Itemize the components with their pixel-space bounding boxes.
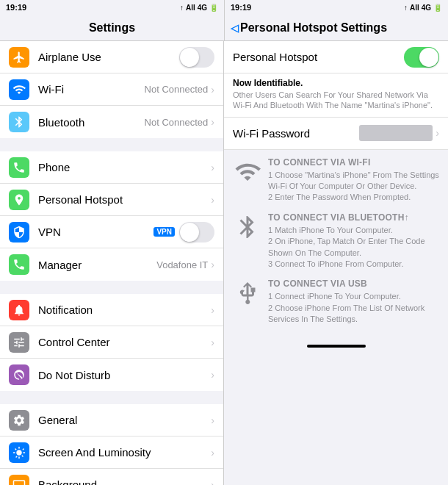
- bluetooth-icon: [9, 112, 29, 132]
- section-phone: Phone › Personal Hotspot › VPN VPN: [0, 151, 223, 281]
- header-row: Settings ◁ Personal Hotspot Settings: [0, 15, 448, 41]
- control-center-chevron: ›: [211, 337, 214, 348]
- bluetooth-step-2: 2 On iPhone, Tap Match Or Enter The Code…: [268, 236, 439, 259]
- vpn-toggle-thumb: [180, 223, 199, 242]
- personal-hotspot-label: Personal Hotspot: [38, 193, 211, 206]
- home-bar: [307, 345, 366, 348]
- wifi-label: Wi-Fi: [38, 83, 145, 96]
- left-panel: Airplane Use Wi-Fi Not Connected › Blue: [0, 41, 224, 485]
- general-label: General: [38, 414, 211, 426]
- screen-label: Screen And Luminosity: [38, 446, 211, 459]
- instruction-wifi-content: TO CONNECT VIA WI-FI 1 Choose "Martina's…: [268, 157, 439, 204]
- left-signal-icon: ↑: [180, 4, 184, 12]
- bluetooth-instruction-title: TO CONNECT VIA BLUETOOTH↑: [268, 212, 439, 223]
- wifi-password-chevron: ›: [436, 127, 439, 139]
- wifi-row[interactable]: Wi-Fi Not Connected ›: [0, 73, 223, 106]
- hotspot-section: Personal Hotspot Now Identifiable. Other…: [224, 41, 448, 150]
- right-panel: Personal Hotspot Now Identifiable. Other…: [224, 41, 448, 485]
- control-center-icon: [9, 332, 29, 353]
- manager-row[interactable]: Manager Vodafone IT ›: [0, 248, 223, 281]
- settings-title: Settings: [89, 21, 135, 35]
- hotspot-toggle-thumb: [419, 48, 438, 67]
- now-identifiable-block: Now Identifiable. Other Users Can Search…: [224, 73, 448, 118]
- phone-row[interactable]: Phone ›: [0, 151, 223, 184]
- vpn-badge: VPN: [153, 227, 175, 237]
- bluetooth-label: Bluetooth: [38, 116, 145, 129]
- background-label: Background: [38, 478, 211, 485]
- wifi-icon: [9, 79, 29, 100]
- wifi-password-masked: [359, 125, 433, 141]
- background-chevron: ›: [211, 479, 214, 486]
- right-battery-icon: 🔋: [433, 4, 442, 12]
- bluetooth-value: Not Connected: [145, 117, 209, 128]
- wifi-chevron: ›: [211, 84, 214, 96]
- manager-chevron: ›: [211, 259, 214, 270]
- vpn-toggle[interactable]: [179, 222, 214, 242]
- right-signal-icon: ↑: [404, 4, 408, 12]
- control-center-label: Control Center: [38, 336, 211, 348]
- left-status-icons: ↑ All 4G 🔋: [180, 4, 218, 12]
- manager-label: Manager: [38, 259, 156, 271]
- bluetooth-step-3: 3 Connect To iPhone From Computer.: [268, 259, 439, 270]
- wifi-password-row[interactable]: Wi-Fi Password ›: [224, 118, 448, 150]
- hotspot-toggle[interactable]: [404, 47, 439, 68]
- personal-hotspot-chevron: ›: [211, 194, 214, 206]
- right-time: 19:19: [231, 3, 251, 12]
- notification-chevron: ›: [211, 304, 214, 316]
- right-status-icons: ↑ All 4G 🔋: [404, 4, 442, 12]
- personal-hotspot-row[interactable]: Personal Hotspot ›: [0, 184, 223, 216]
- bluetooth-row[interactable]: Bluetooth Not Connected ›: [0, 106, 223, 138]
- manager-icon: [9, 254, 29, 275]
- identifiable-title: Now Identifiable.: [233, 78, 439, 88]
- airplane-row[interactable]: Airplane Use: [0, 41, 223, 73]
- dnd-icon: [9, 364, 29, 385]
- wifi-step-1: 1 Choose "Martina's iPhone" From The Set…: [268, 170, 439, 193]
- airplane-icon: [9, 47, 29, 68]
- background-row[interactable]: Background ›: [0, 469, 223, 485]
- vpn-icon: [9, 222, 29, 242]
- left-header: Settings: [0, 15, 224, 40]
- instruction-bluetooth: TO CONNECT VIA BLUETOOTH↑ 1 Match iPhone…: [233, 212, 439, 270]
- background-icon: [9, 475, 29, 486]
- hotspot-toggle-row[interactable]: Personal Hotspot: [224, 41, 448, 73]
- vpn-label: VPN: [38, 226, 153, 238]
- wifi-step-2: 2 Enter The Password When Prompted.: [268, 192, 439, 203]
- section-toggles: Airplane Use Wi-Fi Not Connected › Blue: [0, 41, 223, 138]
- notification-row[interactable]: Notification ›: [0, 294, 223, 326]
- airplane-toggle[interactable]: [179, 47, 214, 68]
- dnd-label: Do Not Disturb: [38, 369, 211, 381]
- right-header: ◁ Personal Hotspot Settings: [224, 15, 448, 40]
- instruction-wifi-icon: [233, 157, 262, 187]
- main-row: Airplane Use Wi-Fi Not Connected › Blue: [0, 41, 448, 485]
- screen-chevron: ›: [211, 447, 214, 459]
- wifi-password-label: Wi-Fi Password: [233, 127, 359, 140]
- screen-row[interactable]: Screen And Luminosity ›: [0, 436, 223, 469]
- personal-hotspot-icon: [9, 190, 29, 210]
- status-bar-row: 19:19 ↑ All 4G 🔋 19:19 ↑ All 4G 🔋: [0, 0, 448, 15]
- bluetooth-chevron: ›: [211, 116, 214, 128]
- phone-chevron: ›: [211, 162, 214, 173]
- back-icon[interactable]: ◁: [231, 22, 239, 34]
- usb-instruction-title: TO CONNECT VIA USB: [268, 279, 439, 289]
- vpn-row[interactable]: VPN VPN: [0, 216, 223, 248]
- right-network: All 4G: [410, 4, 431, 12]
- manager-value: Vodafone IT: [156, 259, 208, 270]
- identifiable-text: Other Users Can Search For Your Shared N…: [233, 90, 439, 111]
- control-center-row[interactable]: Control Center ›: [0, 326, 223, 359]
- instruction-bluetooth-icon: [233, 212, 262, 242]
- airplane-toggle-thumb: [180, 48, 199, 67]
- airplane-label: Airplane Use: [38, 51, 179, 63]
- dnd-row[interactable]: Do Not Disturb ›: [0, 359, 223, 391]
- notification-icon: [9, 300, 29, 320]
- left-battery-icon: 🔋: [209, 4, 218, 12]
- general-row[interactable]: General ›: [0, 404, 223, 436]
- phone-label: Phone: [38, 161, 211, 173]
- screen-icon: [9, 442, 29, 463]
- wifi-instruction-title: TO CONNECT VIA WI-FI: [268, 157, 439, 168]
- hotspot-settings-title: Personal Hotspot Settings: [240, 21, 387, 35]
- instructions-block: TO CONNECT VIA WI-FI 1 Choose "Martina's…: [224, 150, 448, 342]
- right-status-bar: 19:19 ↑ All 4G 🔋: [224, 0, 448, 15]
- bluetooth-step-1: 1 Match iPhone To Your Computer.: [268, 225, 439, 236]
- instruction-usb-icon: [233, 279, 262, 308]
- instruction-usb: TO CONNECT VIA USB 1 Connect iPhone To Y…: [233, 279, 439, 325]
